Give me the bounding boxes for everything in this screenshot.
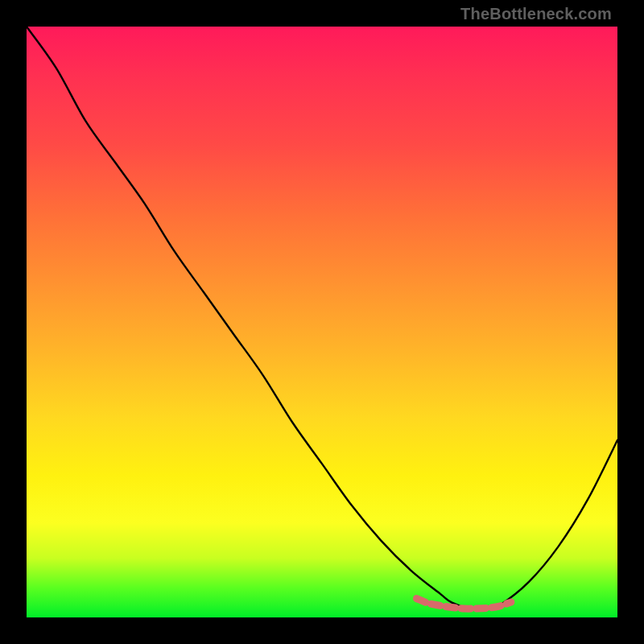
chart-frame: TheBottleneck.com [0, 0, 644, 644]
low-bottleneck-band [416, 599, 510, 609]
bottleneck-curve [27, 27, 617, 609]
chart-svg [27, 27, 617, 617]
watermark-text: TheBottleneck.com [460, 5, 612, 23]
plot-area [27, 27, 617, 617]
